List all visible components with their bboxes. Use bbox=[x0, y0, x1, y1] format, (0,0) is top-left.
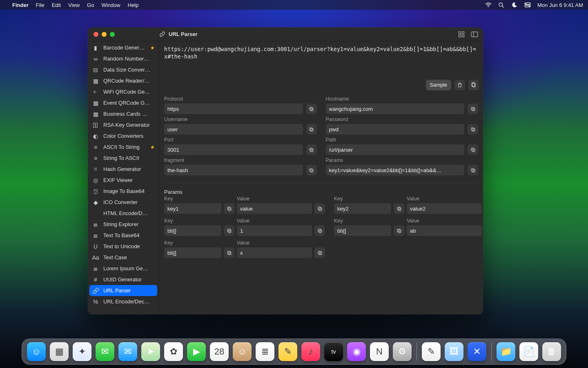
param-key-4-copy-button[interactable] bbox=[224, 247, 234, 258]
protocol-copy-button[interactable] bbox=[306, 103, 317, 114]
param-key-field[interactable] bbox=[334, 225, 391, 236]
sidebar-item-data-size-converter[interactable]: ⊟Data Size Converter bbox=[88, 64, 159, 75]
sidebar-item-ico-converter[interactable]: ◆ICO Converter bbox=[88, 197, 159, 208]
sidebar-item-rsa-key-generator[interactable]: ⚿RSA Key Generator bbox=[88, 119, 159, 130]
sidebar-item-text-case[interactable]: AaText Case bbox=[88, 252, 159, 263]
paste-button[interactable] bbox=[468, 80, 479, 90]
dock-app-tv[interactable]: tv bbox=[324, 342, 343, 361]
menubar-clock[interactable]: Mon Jun 6 9:41 AM bbox=[537, 2, 583, 8]
param-value-2-copy-button[interactable] bbox=[314, 225, 325, 236]
fragment-field[interactable] bbox=[164, 165, 303, 175]
sidebar-item-business-cards-qr[interactable]: ▦Business Cards QR… bbox=[88, 108, 159, 119]
dock-app-safari[interactable]: ✦ bbox=[73, 342, 91, 361]
dock-app-photos[interactable]: ✿ bbox=[164, 342, 183, 361]
dock-app-contacts[interactable]: ☺ bbox=[233, 342, 252, 361]
port-copy-button[interactable] bbox=[306, 144, 317, 155]
dock-app-calendar[interactable]: 28 bbox=[210, 342, 229, 361]
close-window-button[interactable] bbox=[94, 32, 98, 37]
dock-app-maps[interactable]: ➤ bbox=[141, 342, 160, 361]
clear-button[interactable] bbox=[454, 80, 465, 90]
username-field[interactable] bbox=[164, 124, 303, 135]
sidebar-item-barcode-gener[interactable]: ▮Barcode Gener…★ bbox=[88, 42, 159, 53]
menu-help[interactable]: Help bbox=[128, 2, 139, 8]
dock-app-trash[interactable]: 🗑 bbox=[542, 342, 561, 361]
url-input[interactable]: https://user:pwd@wangchujiang.com:3001/u… bbox=[159, 41, 483, 79]
dock-app-news[interactable]: N bbox=[370, 342, 389, 361]
param-value-field[interactable] bbox=[237, 225, 312, 236]
wifi-icon[interactable] bbox=[485, 2, 492, 8]
sidebar-item-hash-generator[interactable]: ⌗Hash Generator bbox=[88, 164, 159, 175]
sidebar-item-html-encode-dec[interactable]: HTML Encode/Dec… bbox=[88, 208, 159, 219]
zoom-window-button[interactable] bbox=[110, 32, 115, 37]
sidebar-item-wifi-qrcode-gener[interactable]: ᯤWiFi QRCode Gener… bbox=[88, 86, 159, 97]
dock-app-notes[interactable]: ✎ bbox=[278, 342, 297, 361]
sidebar-item-text-to-unicode[interactable]: UText to Unicode bbox=[88, 241, 159, 252]
sample-button[interactable]: Sample bbox=[426, 80, 451, 90]
sidebar-item-color-converters[interactable]: ◐Color Converters bbox=[88, 130, 159, 141]
dock-app-mail[interactable]: ✉ bbox=[118, 342, 137, 361]
sidebar-item-text-to-base64[interactable]: ≣Text To Base64 bbox=[88, 230, 159, 241]
param-key-field[interactable] bbox=[334, 203, 391, 214]
sidebar-item-string-explorer[interactable]: ≣String Explorer bbox=[88, 219, 159, 230]
param-key-field[interactable] bbox=[164, 247, 221, 258]
port-field[interactable] bbox=[164, 144, 303, 155]
menu-view[interactable]: View bbox=[68, 2, 80, 8]
dock-app-preview[interactable]: 🖼 bbox=[445, 342, 463, 361]
param-value-field[interactable] bbox=[407, 225, 482, 236]
grid-view-icon[interactable] bbox=[458, 31, 465, 38]
dock-app-podcasts[interactable]: ◉ bbox=[347, 342, 366, 361]
minimize-window-button[interactable] bbox=[102, 32, 107, 37]
param-value-field[interactable] bbox=[407, 203, 482, 214]
param-key-field[interactable] bbox=[164, 203, 221, 214]
param-value-field[interactable] bbox=[237, 203, 312, 214]
sidebar-item-random-number-g[interactable]: ∞Random Number G… bbox=[88, 53, 159, 64]
param-key-1-copy-button[interactable] bbox=[394, 203, 404, 214]
dock-app-folder[interactable]: 📁 bbox=[497, 342, 515, 361]
menu-window[interactable]: Window bbox=[101, 2, 120, 8]
fragment-copy-button[interactable] bbox=[306, 165, 317, 175]
control-center-icon[interactable] bbox=[524, 2, 531, 8]
menu-edit[interactable]: Edit bbox=[52, 2, 61, 8]
dock-app-messages[interactable]: ✉ bbox=[96, 342, 114, 361]
dock-app-facetime[interactable]: ▶ bbox=[187, 342, 206, 361]
param-key-3-copy-button[interactable] bbox=[394, 225, 404, 236]
params-copy-button[interactable] bbox=[468, 165, 478, 175]
path-copy-button[interactable] bbox=[468, 144, 478, 155]
param-key-field[interactable] bbox=[164, 225, 221, 236]
sidebar-item-exif-viewer[interactable]: ◎EXIF Viewer bbox=[88, 175, 159, 186]
menu-file[interactable]: File bbox=[36, 2, 45, 8]
sidebar-item-string-to-ascii[interactable]: ≡String To ASCII bbox=[88, 153, 159, 164]
sidebar-item-event-qrcode-gen[interactable]: ▦Event QRCode Gen… bbox=[88, 97, 159, 108]
do-not-disturb-icon[interactable] bbox=[511, 2, 518, 8]
spotlight-icon[interactable] bbox=[498, 2, 505, 8]
hostname-copy-button[interactable] bbox=[468, 103, 478, 114]
dock-app-settings[interactable]: ⚙ bbox=[393, 342, 412, 361]
hostname-field[interactable] bbox=[326, 103, 465, 114]
username-copy-button[interactable] bbox=[306, 124, 317, 135]
dock-app-pages[interactable]: 📄 bbox=[519, 342, 538, 361]
sidebar-item-image-to-base64[interactable]: ⍰Image To Base64 bbox=[88, 186, 159, 197]
sidebar-item-url-encode-decode[interactable]: %URL Encode/Decode bbox=[88, 296, 159, 307]
path-field[interactable] bbox=[326, 144, 465, 155]
param-value-0-copy-button[interactable] bbox=[314, 203, 325, 214]
param-value-4-copy-button[interactable] bbox=[314, 247, 325, 258]
dock-app-music[interactable]: ♪ bbox=[301, 342, 320, 361]
sidebar-item-lorem-ipsum-gener[interactable]: ≣Lorem Ipsum Gener… bbox=[88, 263, 159, 274]
protocol-field[interactable] bbox=[164, 103, 303, 114]
param-key-2-copy-button[interactable] bbox=[224, 225, 234, 236]
params-field[interactable] bbox=[326, 165, 465, 175]
param-key-0-copy-button[interactable] bbox=[224, 203, 234, 214]
dock-app-finder[interactable]: ☺ bbox=[27, 342, 46, 361]
sidebar-toggle-icon[interactable] bbox=[471, 31, 478, 38]
sidebar-item-url-parser[interactable]: 🔗URL Parser bbox=[89, 285, 157, 296]
sidebar-item-ascii-to-string[interactable]: ≡ASCII To String★ bbox=[88, 141, 159, 153]
dock-app-launchpad[interactable]: ▦ bbox=[50, 342, 69, 361]
param-value-field[interactable] bbox=[237, 247, 312, 258]
dock-app-utility[interactable]: ✕ bbox=[468, 342, 486, 361]
menubar-app[interactable]: Finder bbox=[12, 2, 29, 8]
sidebar-item-qrcode-reader-ge[interactable]: ▦QRCode Reader/Ge… bbox=[88, 75, 159, 86]
dock-app-reminders[interactable]: ≣ bbox=[256, 342, 274, 361]
sidebar-item-uuid-generator[interactable]: #UUID Generator bbox=[88, 274, 159, 285]
password-copy-button[interactable] bbox=[468, 124, 478, 135]
password-field[interactable] bbox=[326, 124, 465, 135]
